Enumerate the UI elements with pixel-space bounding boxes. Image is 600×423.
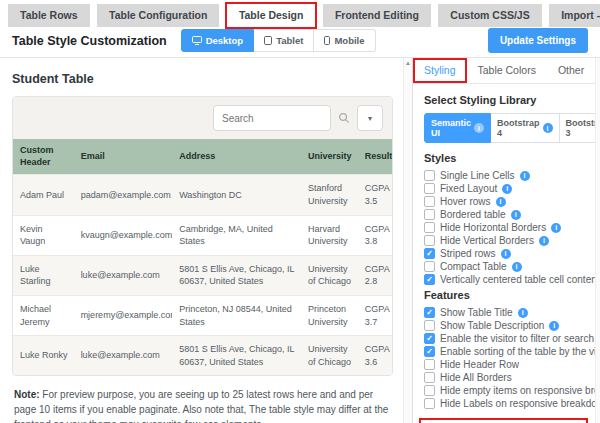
desktop-label: Desktop <box>206 35 243 46</box>
info-icon[interactable]: i <box>518 308 528 318</box>
scroll-up-icon[interactable]: ▲ <box>404 58 412 68</box>
info-icon[interactable]: i <box>551 223 561 233</box>
checkbox-label: Hide Header Row <box>440 359 519 370</box>
tab-frontend-editing[interactable]: Frontend Editing <box>323 4 431 27</box>
preview-notes: Note: For preview purpose, you are seein… <box>14 387 391 423</box>
info-icon[interactable]: i <box>549 321 559 331</box>
column-header-email[interactable]: Email <box>74 139 173 175</box>
style-option-fixed-layout[interactable]: ✓ Fixed Layout i <box>424 183 588 194</box>
preview-scrollbar[interactable]: ▲ <box>403 58 412 423</box>
style-toolbar: Table Style Customization Desktop Tablet… <box>0 27 600 57</box>
style-option-striped-rows[interactable]: ✓ Striped rows i <box>424 248 588 259</box>
tab-styling[interactable]: Styling <box>413 58 467 83</box>
info-icon[interactable]: i <box>543 123 553 133</box>
info-icon[interactable]: i <box>520 171 530 181</box>
style-option-single-line-cells[interactable]: ✓ Single Line Cells i <box>424 170 588 181</box>
feature-option-hide-all-borders[interactable]: ✓ Hide All Borders i <box>424 372 588 383</box>
info-icon[interactable]: i <box>512 262 522 272</box>
checkbox[interactable]: ✓ <box>424 209 435 220</box>
style-option-compact-table[interactable]: ✓ Compact Table i <box>424 261 588 272</box>
table-preview-pane: Student Table ▾ Custom Header Email Addr… <box>0 58 412 423</box>
main-area: Student Table ▾ Custom Header Email Addr… <box>0 57 600 423</box>
sidebar-scrollbar[interactable] <box>595 58 600 423</box>
checkbox-label: Show Table Title <box>440 307 513 318</box>
info-icon[interactable]: i <box>539 236 549 246</box>
column-header-custom-header[interactable]: Custom Header <box>13 139 74 175</box>
checkbox[interactable]: ✓ <box>424 274 435 285</box>
checkbox[interactable]: ✓ <box>424 196 435 207</box>
style-option-vertically-centered[interactable]: ✓ Vertically centered table cell content… <box>424 274 588 285</box>
checkbox-label: Striped rows <box>440 248 496 259</box>
column-header-address[interactable]: Address <box>172 139 301 175</box>
checkbox[interactable]: ✓ <box>424 346 435 357</box>
feature-option-hide-empty-items[interactable]: ✓ Hide empty items on responsive breakdo… <box>424 385 588 396</box>
column-header-result[interactable]: Result <box>358 139 392 175</box>
style-option-hover-rows[interactable]: ✓ Hover rows i <box>424 196 588 207</box>
desktop-button[interactable]: Desktop <box>181 29 254 52</box>
feature-option-hide-labels[interactable]: ✓ Hide Labels on responsive breakdown i <box>424 398 588 409</box>
table-options-dropdown-button[interactable]: ▾ <box>357 105 383 131</box>
info-icon[interactable]: i <box>502 184 512 194</box>
checkbox[interactable]: ✓ <box>424 372 435 383</box>
info-icon[interactable]: i <box>501 249 511 259</box>
feature-option-enable-sorting[interactable]: ✓ Enable sorting of the table by the vis… <box>424 346 588 357</box>
tab-other[interactable]: Other <box>547 58 595 83</box>
checkbox-label: Single Line Cells <box>440 170 515 181</box>
search-icon <box>338 112 350 124</box>
checkbox[interactable]: ✓ <box>424 235 435 246</box>
styles-checkbox-list: ✓ Single Line Cells i ✓ Fixed Layout i ✓… <box>424 170 588 285</box>
bootstrap-4-button[interactable]: Bootstrap 4 i <box>491 113 560 143</box>
preview-table-card: ▾ Custom Header Email Address University… <box>12 96 393 376</box>
checkbox[interactable]: ✓ <box>424 385 435 396</box>
page-title: Table Style Customization <box>12 34 167 48</box>
mobile-button[interactable]: Mobile <box>314 29 375 52</box>
feature-option-show-table-title[interactable]: ✓ Show Table Title i <box>424 307 588 318</box>
tab-table-design[interactable]: Table Design <box>227 4 316 27</box>
info-icon[interactable]: i <box>496 197 506 207</box>
cell: Princeton, NJ 08544, United States <box>172 295 301 335</box>
style-option-hide-horizontal-borders[interactable]: ✓ Hide Horizontal Borders i <box>424 222 588 233</box>
table-search-toolbar: ▾ <box>13 97 392 139</box>
tab-table-colors[interactable]: Table Colors <box>467 58 547 83</box>
info-icon[interactable]: i <box>474 123 484 133</box>
checkbox[interactable]: ✓ <box>424 307 435 318</box>
checkbox-label: Hide Vertical Borders <box>440 235 534 246</box>
table-header-row: Custom Header Email Address University R… <box>13 139 392 175</box>
mobile-label: Mobile <box>334 35 364 46</box>
checkbox[interactable]: ✓ <box>424 183 435 194</box>
style-option-bordered-table[interactable]: ✓ Bordered table i <box>424 209 588 220</box>
cell: Luke Starling <box>13 255 74 295</box>
tab-import-export[interactable]: Import - Export <box>549 4 600 27</box>
feature-option-enable-filter-search[interactable]: ✓ Enable the visitor to filter or search… <box>424 333 588 344</box>
checkbox[interactable]: ✓ <box>424 248 435 259</box>
styling-library-group: Semantic UI i Bootstrap 4 i Bootstrap 3 … <box>424 113 600 143</box>
checkbox[interactable]: ✓ <box>424 222 435 233</box>
checkbox[interactable]: ✓ <box>424 261 435 272</box>
bootstrap-3-button[interactable]: Bootstrap 3 i <box>560 113 600 143</box>
info-icon[interactable]: i <box>511 210 521 220</box>
tab-custom-css-js[interactable]: Custom CSS/JS <box>438 4 541 27</box>
tab-table-rows[interactable]: Table Rows <box>8 4 90 27</box>
style-option-hide-vertical-borders[interactable]: ✓ Hide Vertical Borders i <box>424 235 588 246</box>
cell: CGPA 2.8 <box>358 255 392 295</box>
checkbox[interactable]: ✓ <box>424 333 435 344</box>
search-input[interactable] <box>213 105 331 131</box>
cell: University of Chicago <box>301 336 358 376</box>
feature-option-hide-header-row[interactable]: ✓ Hide Header Row i <box>424 359 588 370</box>
semantic-ui-button[interactable]: Semantic UI i <box>424 113 491 143</box>
tablet-button[interactable]: Tablet <box>254 29 314 52</box>
checkbox[interactable]: ✓ <box>424 320 435 331</box>
checkbox-label: Fixed Layout <box>440 183 497 194</box>
checkbox[interactable]: ✓ <box>424 359 435 370</box>
checkbox[interactable]: ✓ <box>424 398 435 409</box>
update-settings-button[interactable]: Update Settings <box>488 28 588 53</box>
checkbox-label: Vertically centered table cell contents <box>440 274 600 285</box>
checkbox-label: Compact Table <box>440 261 507 272</box>
checkbox[interactable]: ✓ <box>424 170 435 181</box>
column-header-university[interactable]: University <box>301 139 358 175</box>
cell: padam@example.com <box>74 175 173 215</box>
tab-table-configuration[interactable]: Table Configuration <box>97 4 219 27</box>
feature-option-show-table-description[interactable]: ✓ Show Table Description i <box>424 320 588 331</box>
styling-panel: Select Styling Library Semantic UI i Boo… <box>413 84 600 423</box>
checkbox-label: Hide All Borders <box>440 372 512 383</box>
